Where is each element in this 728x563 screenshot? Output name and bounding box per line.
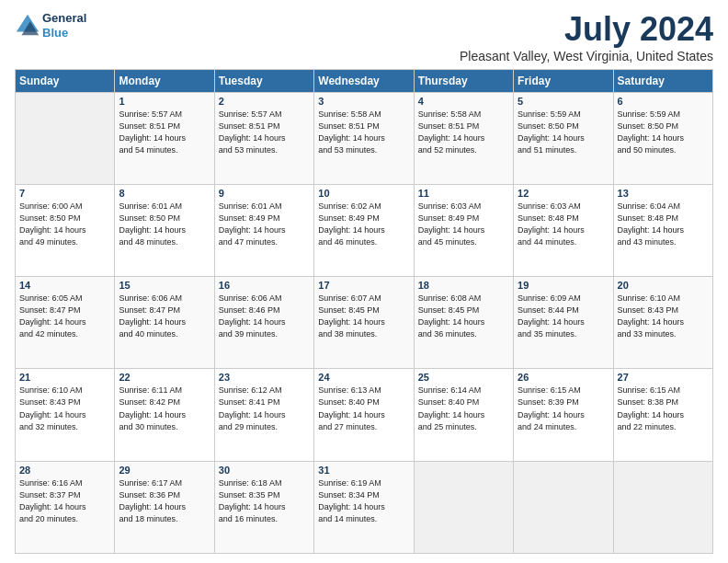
calendar-header-row: SundayMondayTuesdayWednesdayThursdayFrid… [16,69,713,92]
day-info: Sunrise: 6:17 AM Sunset: 8:36 PM Dayligh… [119,477,210,525]
calendar-cell: 9Sunrise: 6:01 AM Sunset: 8:49 PM Daylig… [214,184,313,276]
calendar-cell: 3Sunrise: 5:58 AM Sunset: 8:51 PM Daylig… [314,92,414,184]
calendar-cell: 21Sunrise: 6:10 AM Sunset: 8:43 PM Dayli… [16,369,115,461]
header: General Blue July 2024 Pleasant Valley, … [15,11,713,63]
calendar-cell: 4Sunrise: 5:58 AM Sunset: 8:51 PM Daylig… [414,92,513,184]
calendar-cell: 15Sunrise: 6:06 AM Sunset: 8:47 PM Dayli… [115,277,214,369]
calendar-cell: 30Sunrise: 6:18 AM Sunset: 8:35 PM Dayli… [214,461,313,553]
day-info: Sunrise: 5:59 AM Sunset: 8:50 PM Dayligh… [618,109,709,156]
calendar-cell: 28Sunrise: 6:16 AM Sunset: 8:37 PM Dayli… [16,461,115,553]
logo-line1: General [42,11,86,26]
day-number: 6 [618,96,709,107]
day-number: 3 [318,96,409,107]
calendar-cell: 16Sunrise: 6:06 AM Sunset: 8:46 PM Dayli… [214,277,313,369]
calendar-cell: 31Sunrise: 6:19 AM Sunset: 8:34 PM Dayli… [314,461,414,553]
day-info: Sunrise: 6:06 AM Sunset: 8:46 PM Dayligh… [219,293,310,340]
day-info: Sunrise: 5:57 AM Sunset: 8:51 PM Dayligh… [119,109,210,156]
day-info: Sunrise: 5:57 AM Sunset: 8:51 PM Dayligh… [219,109,310,156]
calendar-cell: 13Sunrise: 6:04 AM Sunset: 8:48 PM Dayli… [613,184,712,276]
day-info: Sunrise: 6:10 AM Sunset: 8:43 PM Dayligh… [618,293,709,340]
day-number: 24 [318,372,409,383]
day-number: 29 [119,465,210,476]
calendar-cell: 6Sunrise: 5:59 AM Sunset: 8:50 PM Daylig… [613,92,712,184]
day-number: 16 [219,280,310,291]
day-info: Sunrise: 6:03 AM Sunset: 8:49 PM Dayligh… [418,201,509,248]
day-info: Sunrise: 6:08 AM Sunset: 8:45 PM Dayligh… [418,293,509,340]
page: General Blue July 2024 Pleasant Valley, … [0,0,728,563]
logo-icon [15,13,40,39]
calendar-day-header: Saturday [613,69,712,92]
day-number: 22 [119,372,210,383]
day-number: 14 [19,280,110,291]
calendar-day-header: Friday [514,69,613,92]
day-info: Sunrise: 6:15 AM Sunset: 8:39 PM Dayligh… [518,385,609,432]
day-info: Sunrise: 5:58 AM Sunset: 8:51 PM Dayligh… [318,109,409,156]
calendar-cell: 5Sunrise: 5:59 AM Sunset: 8:50 PM Daylig… [514,92,613,184]
logo-text: General Blue [42,11,86,40]
day-info: Sunrise: 6:12 AM Sunset: 8:41 PM Dayligh… [219,385,310,432]
calendar-cell: 27Sunrise: 6:15 AM Sunset: 8:38 PM Dayli… [613,369,712,461]
main-title: July 2024 [460,11,713,48]
day-info: Sunrise: 6:10 AM Sunset: 8:43 PM Dayligh… [19,385,110,432]
calendar-cell: 14Sunrise: 6:05 AM Sunset: 8:47 PM Dayli… [16,277,115,369]
day-info: Sunrise: 6:00 AM Sunset: 8:50 PM Dayligh… [19,201,110,248]
day-number: 31 [318,465,409,476]
day-number: 23 [219,372,310,383]
day-number: 28 [19,465,110,476]
calendar-cell: 12Sunrise: 6:03 AM Sunset: 8:48 PM Dayli… [514,184,613,276]
day-number: 12 [518,188,609,199]
calendar-cell: 7Sunrise: 6:00 AM Sunset: 8:50 PM Daylig… [16,184,115,276]
calendar-cell: 17Sunrise: 6:07 AM Sunset: 8:45 PM Dayli… [314,277,414,369]
day-info: Sunrise: 6:16 AM Sunset: 8:37 PM Dayligh… [19,477,110,525]
calendar-cell [16,92,115,184]
day-number: 13 [618,188,709,199]
day-number: 25 [418,372,509,383]
logo-line2: Blue [42,26,68,40]
day-info: Sunrise: 6:14 AM Sunset: 8:40 PM Dayligh… [418,385,509,432]
calendar-day-header: Thursday [414,69,513,92]
calendar-cell [414,461,513,553]
calendar-cell: 24Sunrise: 6:13 AM Sunset: 8:40 PM Dayli… [314,369,414,461]
day-number: 4 [418,96,509,107]
day-info: Sunrise: 6:01 AM Sunset: 8:49 PM Dayligh… [219,201,310,248]
day-number: 15 [119,280,210,291]
day-number: 1 [119,96,210,107]
day-number: 10 [318,188,409,199]
subtitle: Pleasant Valley, West Virginia, United S… [460,49,713,63]
calendar-cell: 10Sunrise: 6:02 AM Sunset: 8:49 PM Dayli… [314,184,414,276]
calendar-cell: 1Sunrise: 5:57 AM Sunset: 8:51 PM Daylig… [115,92,214,184]
day-info: Sunrise: 6:15 AM Sunset: 8:38 PM Dayligh… [618,385,709,432]
day-number: 2 [219,96,310,107]
day-info: Sunrise: 6:09 AM Sunset: 8:44 PM Dayligh… [518,293,609,340]
calendar-cell: 2Sunrise: 5:57 AM Sunset: 8:51 PM Daylig… [214,92,313,184]
calendar-cell [613,461,712,553]
calendar-cell: 26Sunrise: 6:15 AM Sunset: 8:39 PM Dayli… [514,369,613,461]
day-number: 17 [318,280,409,291]
calendar-cell: 18Sunrise: 6:08 AM Sunset: 8:45 PM Dayli… [414,277,513,369]
calendar-week-row: 1Sunrise: 5:57 AM Sunset: 8:51 PM Daylig… [16,92,713,184]
calendar-cell: 19Sunrise: 6:09 AM Sunset: 8:44 PM Dayli… [514,277,613,369]
day-info: Sunrise: 6:03 AM Sunset: 8:48 PM Dayligh… [518,201,609,248]
title-area: July 2024 Pleasant Valley, West Virginia… [460,11,713,63]
calendar-day-header: Monday [115,69,214,92]
day-info: Sunrise: 6:11 AM Sunset: 8:42 PM Dayligh… [119,385,210,432]
day-number: 11 [418,188,509,199]
day-number: 27 [618,372,709,383]
day-number: 20 [618,280,709,291]
calendar-day-header: Tuesday [214,69,313,92]
day-info: Sunrise: 6:18 AM Sunset: 8:35 PM Dayligh… [219,477,310,525]
calendar-cell: 8Sunrise: 6:01 AM Sunset: 8:50 PM Daylig… [115,184,214,276]
day-number: 7 [19,188,110,199]
day-info: Sunrise: 6:07 AM Sunset: 8:45 PM Dayligh… [318,293,409,340]
day-number: 21 [19,372,110,383]
calendar-cell: 25Sunrise: 6:14 AM Sunset: 8:40 PM Dayli… [414,369,513,461]
day-info: Sunrise: 6:04 AM Sunset: 8:48 PM Dayligh… [618,201,709,248]
calendar-cell: 20Sunrise: 6:10 AM Sunset: 8:43 PM Dayli… [613,277,712,369]
day-info: Sunrise: 5:58 AM Sunset: 8:51 PM Dayligh… [418,109,509,156]
day-info: Sunrise: 6:02 AM Sunset: 8:49 PM Dayligh… [318,201,409,248]
calendar-day-header: Wednesday [314,69,414,92]
calendar-cell [514,461,613,553]
calendar-cell: 23Sunrise: 6:12 AM Sunset: 8:41 PM Dayli… [214,369,313,461]
day-number: 8 [119,188,210,199]
day-info: Sunrise: 6:05 AM Sunset: 8:47 PM Dayligh… [19,293,110,340]
